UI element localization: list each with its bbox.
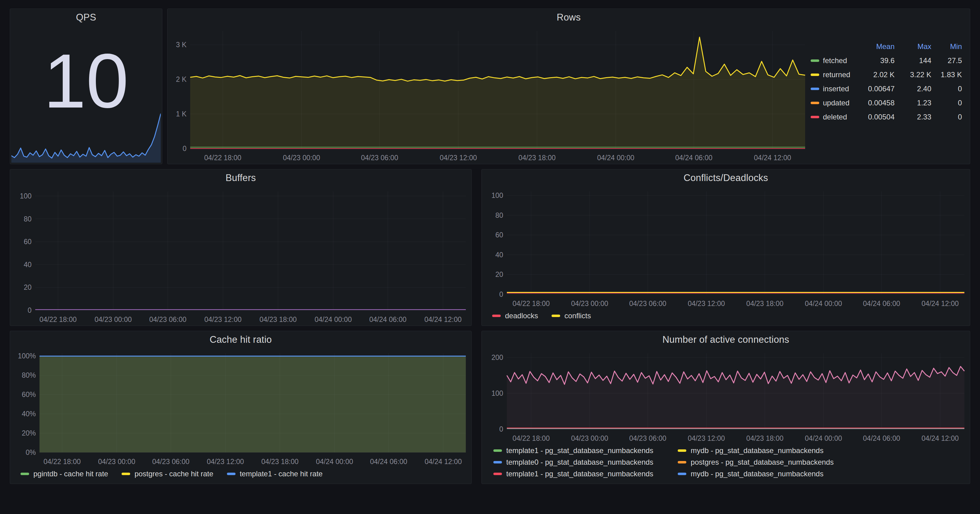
svg-text:200: 200 (492, 353, 503, 361)
conflicts-chart[interactable]: 04/22 18:0004/23 00:0004/23 06:0004/23 1… (482, 186, 970, 310)
svg-text:04/23 06:00: 04/23 06:00 (149, 315, 186, 323)
panel-header[interactable]: Buffers (10, 169, 471, 186)
svg-text:04/24 00:00: 04/24 00:00 (597, 154, 635, 162)
legend-table-row: fetched 39.6 144 27.5 (811, 54, 962, 68)
series-name: fetched (823, 56, 847, 65)
series-toggle[interactable]: inserted (811, 84, 858, 93)
legend-table-header: Mean Max Min (811, 40, 962, 54)
series-name: mydb - pg_stat_database_numbackends (690, 446, 824, 455)
svg-text:04/24 12:00: 04/24 12:00 (921, 299, 959, 307)
svg-text:04/23 18:00: 04/23 18:00 (259, 315, 297, 323)
svg-text:20: 20 (495, 271, 503, 278)
svg-text:04/23 00:00: 04/23 00:00 (95, 315, 132, 323)
svg-text:04/23 12:00: 04/23 12:00 (688, 299, 725, 307)
svg-text:0%: 0% (26, 449, 36, 457)
svg-text:60: 60 (495, 231, 503, 239)
svg-text:80%: 80% (22, 371, 36, 379)
panel-header[interactable]: Conflicts/Deadlocks (482, 169, 970, 186)
active-connections-chart[interactable]: 04/22 18:0004/23 00:0004/23 06:0004/23 1… (482, 348, 970, 444)
legend-item[interactable]: template1 - pg_stat_database_numbackends (493, 469, 653, 478)
svg-text:04/22 18:00: 04/22 18:00 (40, 315, 77, 323)
svg-text:04/23 12:00: 04/23 12:00 (207, 458, 244, 466)
series-toggle[interactable]: deleted (811, 113, 858, 121)
legend-item[interactable]: template1 - pg_stat_database_numbackends (493, 446, 653, 455)
legend-item[interactable]: template0 - pg_stat_database_numbackends (493, 458, 653, 466)
panel-header[interactable]: Rows (167, 9, 970, 26)
svg-text:04/24 00:00: 04/24 00:00 (315, 315, 352, 323)
legend-table-row: returned 2.02 K 3.22 K 1.83 K (811, 68, 962, 82)
series-min: 0 (931, 99, 962, 107)
svg-text:04/23 12:00: 04/23 12:00 (440, 154, 477, 162)
svg-text:04/24 12:00: 04/24 12:00 (921, 434, 959, 442)
qps-sparkline (11, 110, 161, 163)
series-color-swatch (811, 88, 819, 90)
grafana-dashboard: QPS 10 Rows 04/22 18:0004/23 00:0004/23 … (0, 0, 980, 514)
legend-col-mean[interactable]: Mean (858, 42, 894, 51)
svg-text:04/24 00:00: 04/24 00:00 (805, 299, 842, 307)
legend-item[interactable]: postgres - cache hit rate (122, 469, 213, 478)
svg-text:04/23 00:00: 04/23 00:00 (98, 458, 135, 466)
cache-hit-ratio-chart[interactable]: 04/22 18:0004/23 00:0004/23 06:0004/23 1… (10, 348, 471, 468)
legend-item[interactable]: deadlocks (492, 312, 538, 320)
svg-text:04/24 06:00: 04/24 06:00 (370, 458, 407, 466)
series-mean: 0.00504 (858, 113, 894, 121)
series-toggle[interactable]: fetched (811, 56, 858, 65)
series-name: mydb - pg_stat_database_numbackends (690, 469, 824, 478)
stat-value: 10 (43, 43, 129, 119)
panel-title: Number of active connections (662, 334, 789, 345)
svg-text:04/23 12:00: 04/23 12:00 (688, 434, 725, 442)
legend: deadlocks conflicts (482, 310, 970, 326)
legend-item[interactable]: mydb - pg_stat_database_numbackends (678, 469, 834, 478)
svg-text:04/23 00:00: 04/23 00:00 (571, 434, 609, 442)
series-toggle[interactable]: updated (811, 99, 858, 107)
legend-col-min[interactable]: Min (931, 42, 962, 51)
panel-header[interactable]: Number of active connections (482, 331, 970, 348)
series-min: 1.83 K (931, 70, 962, 79)
legend-item[interactable]: pgintdb - cache hit rate (21, 469, 108, 478)
series-toggle[interactable]: returned (811, 70, 858, 79)
rows-chart[interactable]: 04/22 18:0004/23 00:0004/23 06:0004/23 1… (167, 26, 811, 164)
svg-text:04/23 18:00: 04/23 18:00 (746, 434, 784, 442)
legend-item[interactable]: template1 - cache hit rate (227, 469, 323, 478)
svg-text:100: 100 (20, 192, 32, 200)
series-name: postgres - cache hit rate (134, 469, 213, 478)
panel-title: Cache hit ratio (210, 334, 272, 345)
series-color-swatch (678, 461, 686, 463)
panel-cache-hit-ratio: Cache hit ratio 04/22 18:0004/23 00:0004… (10, 331, 472, 484)
svg-text:60%: 60% (22, 391, 36, 398)
series-min: 0 (931, 113, 962, 121)
legend-item[interactable]: postgres - pg_stat_database_numbackends (678, 458, 834, 466)
series-name: deleted (823, 113, 847, 121)
legend-col-max[interactable]: Max (894, 42, 931, 51)
svg-text:100: 100 (492, 191, 503, 199)
series-name: template1 - pg_stat_database_numbackends (506, 469, 653, 478)
series-color-swatch (493, 461, 502, 463)
panel-conflicts-deadlocks: Conflicts/Deadlocks 04/22 18:0004/23 00:… (481, 169, 970, 326)
svg-text:2 K: 2 K (176, 75, 186, 83)
panel-header[interactable]: Cache hit ratio (10, 331, 471, 348)
series-name: pgintdb - cache hit rate (33, 469, 108, 478)
series-max: 1.23 (894, 99, 931, 107)
svg-text:04/23 06:00: 04/23 06:00 (629, 434, 667, 442)
svg-text:60: 60 (24, 238, 32, 246)
svg-text:80: 80 (495, 212, 503, 219)
series-color-swatch (21, 473, 29, 475)
series-mean: 0.00647 (858, 84, 894, 93)
series-mean: 39.6 (858, 56, 894, 65)
svg-text:04/22 18:00: 04/22 18:00 (43, 458, 81, 466)
series-name: conflicts (565, 312, 591, 320)
buffers-chart[interactable]: 04/22 18:0004/23 00:0004/23 06:0004/23 1… (10, 186, 471, 326)
panel-header[interactable]: QPS (10, 9, 162, 26)
svg-text:04/23 18:00: 04/23 18:00 (746, 299, 784, 307)
series-name: template1 - cache hit rate (240, 469, 323, 478)
svg-text:1 K: 1 K (176, 110, 186, 118)
legend-item[interactable]: conflicts (552, 312, 591, 320)
panel-active-connections: Number of active connections 04/22 18:00… (481, 331, 970, 484)
series-name: template0 - pg_stat_database_numbackends (506, 458, 653, 466)
svg-text:0: 0 (27, 306, 32, 314)
svg-text:04/24 06:00: 04/24 06:00 (675, 154, 713, 162)
svg-text:04/22 18:00: 04/22 18:00 (204, 154, 242, 162)
series-name: updated (823, 99, 850, 107)
legend-table-row: deleted 0.00504 2.33 0 (811, 110, 962, 124)
legend-item[interactable]: mydb - pg_stat_database_numbackends (678, 446, 834, 455)
